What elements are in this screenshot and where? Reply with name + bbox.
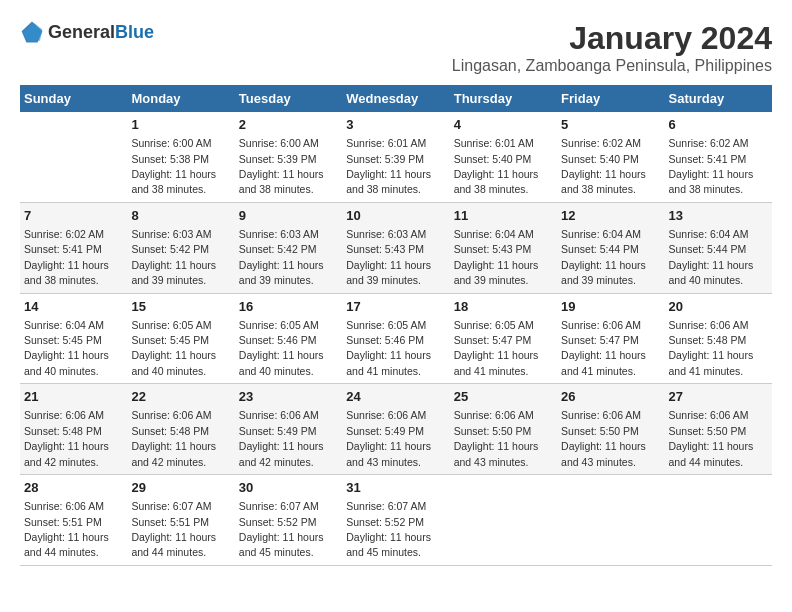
page-header: GeneralBlue January 2024 Lingasan, Zambo… (20, 20, 772, 75)
cell-info-line: and 41 minutes. (561, 365, 636, 377)
cell-info-line: Sunrise: 6:07 AM (346, 500, 426, 512)
cell-info-line: Sunset: 5:47 PM (454, 334, 532, 346)
day-number: 31 (346, 479, 445, 497)
cell-info-line: Sunrise: 6:06 AM (669, 409, 749, 421)
calendar-header-saturday: Saturday (665, 85, 772, 112)
cell-info-line: Sunset: 5:52 PM (239, 516, 317, 528)
cell-info-line: Sunset: 5:50 PM (669, 425, 747, 437)
cell-info-line: and 38 minutes. (454, 183, 529, 195)
cell-info-line: and 45 minutes. (239, 546, 314, 558)
logo-text-general: General (48, 22, 115, 42)
cell-info-line: and 38 minutes. (346, 183, 421, 195)
cell-info-line: Daylight: 11 hours (346, 349, 431, 361)
calendar-cell (665, 475, 772, 566)
cell-info-line: Sunrise: 6:02 AM (561, 137, 641, 149)
cell-info-line: Sunset: 5:51 PM (24, 516, 102, 528)
cell-info-line: Sunset: 5:43 PM (346, 243, 424, 255)
calendar-cell (20, 112, 127, 202)
cell-info-line: and 41 minutes. (454, 365, 529, 377)
cell-info-line: Daylight: 11 hours (239, 531, 324, 543)
cell-info-line: Daylight: 11 hours (239, 349, 324, 361)
cell-info-line: Sunrise: 6:01 AM (454, 137, 534, 149)
calendar-header-monday: Monday (127, 85, 234, 112)
calendar-cell: 8Sunrise: 6:03 AMSunset: 5:42 PMDaylight… (127, 202, 234, 293)
calendar-cell: 19Sunrise: 6:06 AMSunset: 5:47 PMDayligh… (557, 293, 664, 384)
cell-info-line: Daylight: 11 hours (669, 259, 754, 271)
cell-info-line: Daylight: 11 hours (24, 440, 109, 452)
day-number: 28 (24, 479, 123, 497)
calendar-week-row: 28Sunrise: 6:06 AMSunset: 5:51 PMDayligh… (20, 475, 772, 566)
cell-info-line: and 38 minutes. (24, 274, 99, 286)
cell-info-line: Sunset: 5:47 PM (561, 334, 639, 346)
day-number: 3 (346, 116, 445, 134)
cell-info-line: and 42 minutes. (24, 456, 99, 468)
cell-info-line: Sunrise: 6:05 AM (454, 319, 534, 331)
cell-info-line: and 44 minutes. (131, 546, 206, 558)
day-number: 30 (239, 479, 338, 497)
calendar-cell: 7Sunrise: 6:02 AMSunset: 5:41 PMDaylight… (20, 202, 127, 293)
calendar-cell: 4Sunrise: 6:01 AMSunset: 5:40 PMDaylight… (450, 112, 557, 202)
day-number: 24 (346, 388, 445, 406)
cell-info-line: Sunrise: 6:04 AM (669, 228, 749, 240)
cell-info-line: Sunset: 5:41 PM (24, 243, 102, 255)
cell-info-line: Daylight: 11 hours (346, 259, 431, 271)
day-number: 9 (239, 207, 338, 225)
calendar-cell (450, 475, 557, 566)
cell-info-line: Sunrise: 6:03 AM (239, 228, 319, 240)
calendar-cell: 11Sunrise: 6:04 AMSunset: 5:43 PMDayligh… (450, 202, 557, 293)
day-number: 13 (669, 207, 768, 225)
cell-info-line: Sunrise: 6:06 AM (346, 409, 426, 421)
cell-info-line: Sunrise: 6:02 AM (24, 228, 104, 240)
day-number: 21 (24, 388, 123, 406)
cell-info-line: and 38 minutes. (131, 183, 206, 195)
cell-info-line: Daylight: 11 hours (239, 259, 324, 271)
cell-info-line: Sunset: 5:41 PM (669, 153, 747, 165)
day-number: 29 (131, 479, 230, 497)
cell-info-line: Sunset: 5:46 PM (239, 334, 317, 346)
calendar-week-row: 14Sunrise: 6:04 AMSunset: 5:45 PMDayligh… (20, 293, 772, 384)
logo-icon (20, 20, 44, 44)
calendar-header-tuesday: Tuesday (235, 85, 342, 112)
cell-info-line: Daylight: 11 hours (346, 440, 431, 452)
calendar-cell: 10Sunrise: 6:03 AMSunset: 5:43 PMDayligh… (342, 202, 449, 293)
calendar-cell: 14Sunrise: 6:04 AMSunset: 5:45 PMDayligh… (20, 293, 127, 384)
calendar-cell: 12Sunrise: 6:04 AMSunset: 5:44 PMDayligh… (557, 202, 664, 293)
calendar-cell: 29Sunrise: 6:07 AMSunset: 5:51 PMDayligh… (127, 475, 234, 566)
calendar-cell: 18Sunrise: 6:05 AMSunset: 5:47 PMDayligh… (450, 293, 557, 384)
cell-info-line: Sunrise: 6:06 AM (24, 409, 104, 421)
cell-info-line: Sunset: 5:45 PM (24, 334, 102, 346)
cell-info-line: Sunset: 5:45 PM (131, 334, 209, 346)
day-number: 16 (239, 298, 338, 316)
cell-info-line: Sunset: 5:50 PM (561, 425, 639, 437)
calendar-cell: 6Sunrise: 6:02 AMSunset: 5:41 PMDaylight… (665, 112, 772, 202)
logo: GeneralBlue (20, 20, 154, 44)
calendar-cell: 15Sunrise: 6:05 AMSunset: 5:45 PMDayligh… (127, 293, 234, 384)
cell-info-line: and 38 minutes. (561, 183, 636, 195)
day-number: 10 (346, 207, 445, 225)
cell-info-line: and 38 minutes. (239, 183, 314, 195)
day-number: 23 (239, 388, 338, 406)
cell-info-line: and 41 minutes. (346, 365, 421, 377)
cell-info-line: Sunset: 5:48 PM (669, 334, 747, 346)
cell-info-line: Daylight: 11 hours (454, 168, 539, 180)
day-number: 1 (131, 116, 230, 134)
cell-info-line: Daylight: 11 hours (454, 440, 539, 452)
calendar-cell: 1Sunrise: 6:00 AMSunset: 5:38 PMDaylight… (127, 112, 234, 202)
calendar-header-row: SundayMondayTuesdayWednesdayThursdayFrid… (20, 85, 772, 112)
cell-info-line: Sunrise: 6:05 AM (346, 319, 426, 331)
calendar-cell: 17Sunrise: 6:05 AMSunset: 5:46 PMDayligh… (342, 293, 449, 384)
cell-info-line: and 40 minutes. (669, 274, 744, 286)
calendar-cell (557, 475, 664, 566)
calendar-cell: 16Sunrise: 6:05 AMSunset: 5:46 PMDayligh… (235, 293, 342, 384)
cell-info-line: Daylight: 11 hours (239, 168, 324, 180)
day-number: 27 (669, 388, 768, 406)
cell-info-line: and 39 minutes. (346, 274, 421, 286)
cell-info-line: and 42 minutes. (131, 456, 206, 468)
cell-info-line: Sunset: 5:42 PM (131, 243, 209, 255)
cell-info-line: Daylight: 11 hours (346, 168, 431, 180)
cell-info-line: and 39 minutes. (131, 274, 206, 286)
cell-info-line: Daylight: 11 hours (454, 259, 539, 271)
day-number: 7 (24, 207, 123, 225)
cell-info-line: Sunrise: 6:06 AM (454, 409, 534, 421)
cell-info-line: and 40 minutes. (239, 365, 314, 377)
